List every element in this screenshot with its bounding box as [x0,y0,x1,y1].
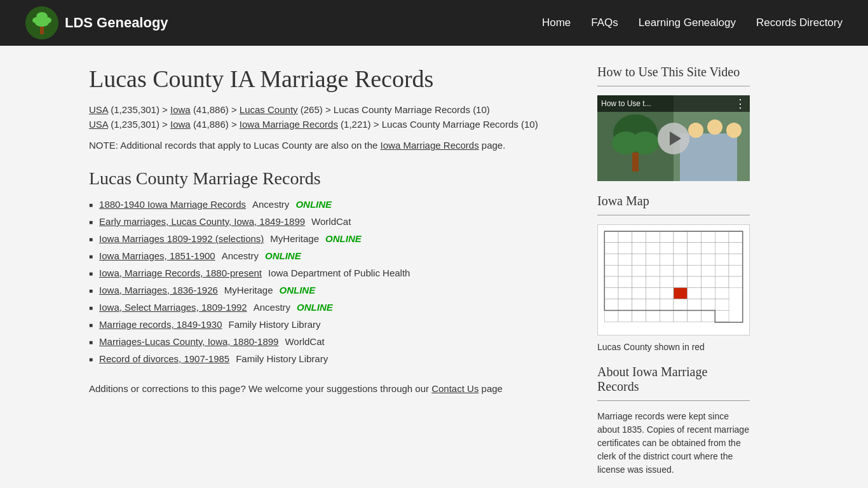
svg-point-15 [726,123,742,138]
svg-rect-86 [618,310,632,322]
svg-rect-57 [604,276,618,288]
svg-rect-80 [660,299,674,311]
breadcrumb-usa-1[interactable]: USA [89,104,108,115]
breadcrumb-2: USA (1,235,301) > Iowa (41,886) > Iowa M… [89,119,572,130]
record-link-6[interactable]: Iowa, Marriages, 1836-1926 [99,285,218,295]
svg-rect-88 [646,310,660,322]
svg-rect-30 [646,243,660,254]
breadcrumb-iowa-1[interactable]: Iowa [170,104,191,115]
svg-rect-91 [688,310,702,322]
svg-rect-67 [646,288,660,299]
record-link-9[interactable]: Marriages-Lucas County, Iowa, 1880-1899 [99,336,278,347]
online-badge: ONLINE [280,285,316,295]
svg-rect-20 [646,231,660,243]
iowa-map-svg [597,224,750,336]
svg-rect-55 [715,265,729,276]
svg-rect-90 [674,310,688,322]
about-divider [597,400,750,401]
svg-rect-76 [604,299,618,311]
video-section-title: How to Use This Site Video [597,65,750,79]
svg-rect-34 [701,243,715,254]
play-button[interactable] [658,123,689,154]
note-text: NOTE: Additional records that apply to L… [89,140,572,151]
svg-rect-51 [660,265,674,276]
online-badge: ONLINE [265,250,301,261]
svg-rect-89 [660,310,674,322]
svg-rect-59 [632,276,646,288]
svg-point-14 [707,119,722,135]
record-link-7[interactable]: Iowa, Select Marriages, 1809-1992 [99,302,247,313]
svg-rect-5 [40,27,44,34]
svg-rect-28 [618,243,632,254]
breadcrumb-usa-2[interactable]: USA [89,119,108,130]
nav-links: Home FAQs Learning Genealogy Records Dir… [542,17,843,29]
svg-rect-24 [701,231,715,243]
nav-records-directory[interactable]: Records Directory [756,17,843,29]
svg-rect-49 [632,265,646,276]
online-badge: ONLINE [297,302,333,313]
svg-rect-65 [618,288,632,299]
svg-rect-41 [660,254,674,265]
svg-rect-68 [660,288,674,299]
breadcrumb-iowa-2[interactable]: Iowa [170,119,191,130]
svg-rect-37 [604,254,618,265]
list-item: Iowa Marriages 1809-1992 (selections) My… [89,233,572,244]
site-logo[interactable]: LDS Genealogy [25,6,168,39]
record-link-5[interactable]: Iowa, Marriage Records, 1880-present [99,268,262,278]
breadcrumb-lucas-county[interactable]: Lucas County [240,104,298,115]
svg-rect-63 [674,288,688,299]
svg-rect-50 [646,265,660,276]
record-link-2[interactable]: Early marriages, Lucas County, Iowa, 184… [99,216,305,227]
breadcrumb-iowa-marriage[interactable]: Iowa Marriage Records [240,119,338,130]
record-link-3[interactable]: Iowa Marriages 1809-1992 (selections) [99,233,264,244]
svg-rect-82 [688,299,702,311]
svg-rect-92 [701,310,715,322]
svg-rect-87 [632,310,646,322]
nav-home[interactable]: Home [542,17,571,29]
online-badge: ONLINE [325,233,362,244]
logo-text: LDS Genealogy [65,15,168,31]
svg-rect-44 [701,254,715,265]
record-link-10[interactable]: Record of divorces, 1907-1985 [99,353,229,364]
svg-rect-26 [729,231,743,243]
video-thumbnail[interactable]: How to Use t... ⋮ [597,95,750,181]
svg-rect-32 [674,243,688,254]
content-area: Lucas County IA Marriage Records USA (1,… [0,46,868,488]
svg-rect-64 [604,288,618,299]
list-item: Iowa, Marriages, 1836-1926 MyHeritage ON… [89,285,572,295]
svg-rect-46 [729,254,743,265]
svg-rect-22 [674,231,688,243]
iowa-marriage-records-link[interactable]: Iowa Marriage Records [381,140,479,151]
records-list: 1880-1940 Iowa Marriage Records Ancestry… [89,199,572,364]
svg-rect-74 [701,288,715,299]
svg-rect-42 [674,254,688,265]
nav-faqs[interactable]: FAQs [591,17,618,29]
svg-rect-85 [604,310,618,322]
record-link-4[interactable]: Iowa Marriages, 1851-1900 [99,250,215,261]
sidebar-divider [597,86,750,86]
page-wrapper: Lucas County IA Marriage Records USA (1,… [0,46,868,488]
svg-rect-84 [715,299,729,311]
svg-rect-47 [604,265,618,276]
svg-rect-23 [688,231,702,243]
svg-rect-79 [646,299,660,311]
page-title: Lucas County IA Marriage Records [89,65,572,93]
about-text: Marriage records were kept since about 1… [597,410,750,477]
svg-rect-48 [618,265,632,276]
additions-text: Additions or corrections to this page? W… [89,383,572,394]
svg-point-10 [631,132,659,154]
list-item: 1880-1940 Iowa Marriage Records Ancestry… [89,199,572,210]
svg-rect-56 [729,265,743,276]
nav-learning-genealogy[interactable]: Learning Genealogy [639,17,736,29]
breadcrumb-1: USA (1,235,301) > Iowa (41,886) > Lucas … [89,104,572,115]
main-content: Lucas County IA Marriage Records USA (1,… [89,65,572,477]
contact-us-link[interactable]: Contact Us [431,383,478,394]
record-link-1[interactable]: 1880-1940 Iowa Marriage Records [99,199,246,210]
record-link-8[interactable]: Marriage records, 1849-1930 [99,319,222,330]
map-divider [597,215,750,215]
svg-rect-43 [688,254,702,265]
svg-rect-61 [660,276,674,288]
map-section-title: Iowa Map [597,194,750,208]
svg-rect-21 [660,231,674,243]
play-button-container[interactable] [658,123,689,154]
